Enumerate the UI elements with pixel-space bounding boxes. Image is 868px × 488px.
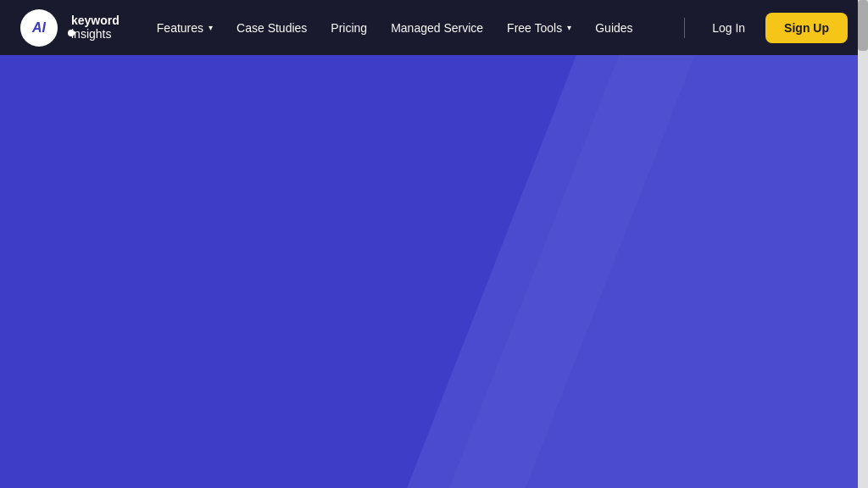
hero-diagonal-stripe [0,55,858,488]
nav-free-tools-label: Free Tools [507,21,562,35]
nav-managed-service-label: Managed Service [391,21,483,35]
free-tools-chevron-icon: ▾ [567,23,571,32]
nav-case-studies[interactable]: Case Studies [226,14,317,42]
logo-keyword: keyword [71,14,120,27]
features-chevron-icon: ▾ [209,23,213,32]
navbar: AI keyword insights Features ▾ Case Stud… [0,0,868,55]
nav-guides-label: Guides [595,21,632,35]
nav-right: Log In Sign Up [677,13,848,43]
logo-icon: AI [20,9,58,47]
nav-features-label: Features [157,21,203,35]
nav-free-tools[interactable]: Free Tools ▾ [497,14,581,42]
logo-text: keyword insights [71,14,120,41]
nav-pricing-label: Pricing [331,21,367,35]
nav-divider [684,18,685,38]
logo-icon-text: AI [32,20,46,36]
logo-dot [68,30,75,36]
scrollbar-thumb[interactable] [858,0,868,51]
logo-link[interactable]: AI keyword insights [20,9,120,47]
logo-insights: insights [71,28,120,41]
nav-features[interactable]: Features ▾ [147,14,223,42]
nav-guides[interactable]: Guides [585,14,643,42]
nav-pricing[interactable]: Pricing [320,14,377,42]
scrollbar[interactable] [858,0,868,488]
nav-case-studies-label: Case Studies [236,21,307,35]
hero-section [0,55,858,488]
nav-links: Features ▾ Case Studies Pricing Managed … [147,14,677,42]
signup-button[interactable]: Sign Up [765,13,848,43]
login-button[interactable]: Log In [698,14,759,42]
nav-managed-service[interactable]: Managed Service [381,14,493,42]
